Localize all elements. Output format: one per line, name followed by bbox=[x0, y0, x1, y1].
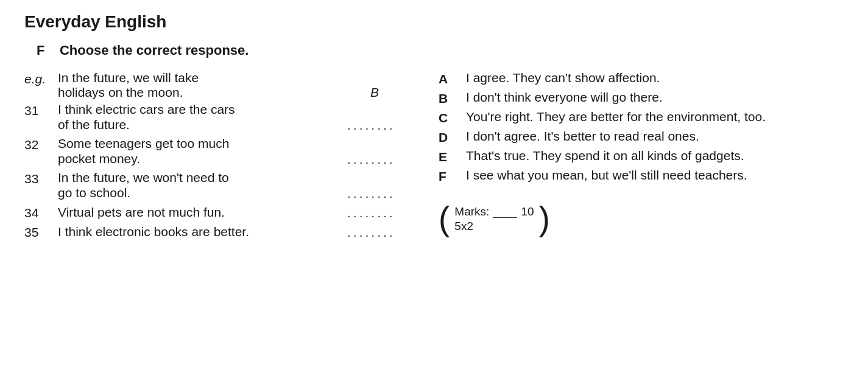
responses-column: AI agree. They can't show affection.BI d… bbox=[402, 71, 844, 243]
question-line2: of the future. bbox=[58, 117, 329, 132]
response-letter: C bbox=[439, 110, 466, 125]
example-item: e.g. In the future, we will take holiday… bbox=[24, 71, 402, 100]
question-item: 33In the future, we won't need togo to s… bbox=[24, 170, 402, 201]
page-title: Everyday English bbox=[24, 12, 844, 32]
marks-total: 10 bbox=[521, 205, 534, 218]
instruction-letter: F bbox=[37, 43, 44, 58]
question-item: 35I think electronic books are better...… bbox=[24, 224, 402, 240]
question-item: 32Some teenagers get too muchpocket mone… bbox=[24, 136, 402, 167]
response-item: BI don't think everyone will go there. bbox=[439, 90, 844, 106]
question-item: 31I think electric cars are the carsof t… bbox=[24, 102, 402, 133]
eg-label: e.g. bbox=[24, 71, 58, 86]
question-line2: pocket money. bbox=[58, 152, 329, 166]
question-line1: I think electric cars are the cars bbox=[58, 102, 402, 117]
answer-dots[interactable]: ........ bbox=[347, 151, 402, 167]
eg-answer: B bbox=[347, 85, 402, 100]
questions-list: 31I think electric cars are the carsof t… bbox=[24, 102, 402, 240]
response-item: AI agree. They can't show affection. bbox=[439, 71, 844, 86]
question-number: 34 bbox=[24, 204, 58, 220]
response-letter: D bbox=[439, 129, 466, 145]
response-item: FI see what you mean, but we'll still ne… bbox=[439, 168, 844, 184]
answer-dots[interactable]: ........ bbox=[347, 204, 402, 220]
question-text: I think electric cars are the carsof the… bbox=[58, 102, 402, 133]
responses-list: AI agree. They can't show affection.BI d… bbox=[439, 71, 844, 184]
question-text: Virtual pets are not much fun......... bbox=[58, 204, 402, 220]
response-letter: E bbox=[439, 148, 466, 164]
response-text: I don't agree. It's better to read real … bbox=[466, 129, 844, 144]
marks-blank bbox=[493, 206, 517, 218]
answer-dots[interactable]: ........ bbox=[347, 185, 402, 201]
question-item: 34Virtual pets are not much fun......... bbox=[24, 204, 402, 220]
question-text: I think electronic books are better.....… bbox=[58, 224, 402, 240]
eg-line2: holidays on the moon. bbox=[58, 85, 347, 100]
response-item: CYou're right. They are better for the e… bbox=[439, 110, 844, 125]
marks-box: ( Marks: 10 5x2 ) bbox=[439, 202, 844, 236]
response-item: DI don't agree. It's better to read real… bbox=[439, 129, 844, 145]
response-text: I see what you mean, but we'll still nee… bbox=[466, 168, 844, 183]
response-letter: A bbox=[439, 71, 466, 86]
question-number: 31 bbox=[24, 102, 58, 118]
response-text: That's true. They spend it on all kinds … bbox=[466, 148, 844, 163]
section-instruction: F Choose the correct response. bbox=[37, 43, 844, 58]
response-letter: B bbox=[439, 90, 466, 106]
question-number: 35 bbox=[24, 224, 58, 240]
marks-label: Marks: bbox=[454, 205, 489, 218]
response-letter: F bbox=[439, 168, 466, 184]
question-line1: Some teenagers get too much bbox=[58, 136, 402, 151]
instruction-text: Choose the correct response. bbox=[60, 43, 249, 58]
question-line1: In the future, we won't need to bbox=[58, 170, 402, 185]
questions-column: e.g. In the future, we will take holiday… bbox=[24, 71, 402, 243]
question-line1: Virtual pets are not much fun. bbox=[58, 205, 329, 220]
question-line1: I think electronic books are better. bbox=[58, 225, 329, 239]
question-text: In the future, we won't need togo to sch… bbox=[58, 170, 402, 201]
question-number: 32 bbox=[24, 136, 58, 152]
answer-dots[interactable]: ........ bbox=[347, 224, 402, 240]
response-text: I don't think everyone will go there. bbox=[466, 90, 844, 105]
eg-line1: In the future, we will take bbox=[58, 71, 402, 85]
question-number: 33 bbox=[24, 170, 58, 186]
question-line2: go to school. bbox=[58, 186, 329, 200]
question-text: Some teenagers get too muchpocket money.… bbox=[58, 136, 402, 167]
response-text: You're right. They are better for the en… bbox=[466, 110, 844, 124]
marks-multiplier: 5x2 bbox=[454, 220, 473, 233]
right-paren: ) bbox=[538, 202, 549, 236]
answer-dots[interactable]: ........ bbox=[347, 117, 402, 133]
left-paren: ( bbox=[439, 202, 450, 236]
response-item: EThat's true. They spend it on all kinds… bbox=[439, 148, 844, 164]
response-text: I agree. They can't show affection. bbox=[466, 71, 844, 85]
